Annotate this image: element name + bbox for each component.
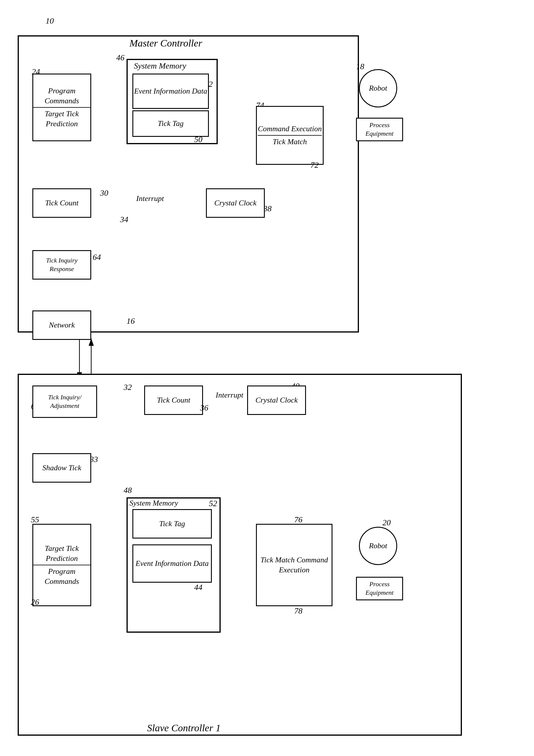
process-equipment-bottom-label: Process Equipment xyxy=(357,580,402,597)
ref-72: 72 xyxy=(310,160,319,170)
program-commands-bottom-label: Program Commands xyxy=(33,566,90,586)
process-equipment-top-box: Process Equipment xyxy=(356,118,403,141)
target-tick-prediction-program-commands-bottom-box: Target Tick Prediction Program Commands xyxy=(32,524,91,606)
event-information-data-top-label: Event Information Data xyxy=(134,86,207,96)
interrupt-bottom-box: Interrupt xyxy=(206,387,253,403)
system-memory-top-title: System Memory xyxy=(134,61,186,70)
ref-36: 36 xyxy=(200,403,208,413)
network-box: Network xyxy=(32,310,91,340)
event-information-data-bottom-label: Event Information Data xyxy=(136,558,209,569)
program-commands-top-label: Program Commands xyxy=(33,86,90,108)
ref-34: 34 xyxy=(120,215,128,224)
target-tick-prediction-top-label: Target Tick Prediction xyxy=(33,109,90,129)
ref-78: 78 xyxy=(294,606,303,616)
interrupt-top-label: Interrupt xyxy=(136,194,164,203)
tick-match-command-execution-label: Tick Match Command Execution xyxy=(257,555,332,575)
tick-inquiry-response-box: Tick Inquiry Response xyxy=(32,250,91,280)
event-information-data-bottom-box: Event Information Data xyxy=(132,544,212,583)
robot-bottom-circle: Robot xyxy=(359,527,397,565)
ref-48: 48 xyxy=(123,486,132,495)
robot-bottom-label: Robot xyxy=(369,541,387,551)
robot-top-label: Robot xyxy=(369,83,387,93)
ref-16: 16 xyxy=(126,316,135,326)
event-information-data-top-box: Event Information Data xyxy=(132,73,209,109)
tick-match-command-execution-box: Tick Match Command Execution xyxy=(256,524,333,606)
ref-18: 18 xyxy=(356,62,364,71)
network-label: Network xyxy=(49,320,75,330)
crystal-clock-bottom-label: Crystal Clock xyxy=(255,395,298,405)
shadow-tick-label: Shadow Tick xyxy=(42,463,81,473)
command-execution-tick-match-box: Command Execution Tick Match xyxy=(256,106,324,165)
ref-44: 44 xyxy=(194,583,202,592)
ref-76: 76 xyxy=(294,515,303,525)
ref-52: 52 xyxy=(209,499,217,508)
tick-inquiry-adjustment-box: Tick Inquiry/ Adjustment xyxy=(32,386,97,418)
tick-count-top-label: Tick Count xyxy=(45,198,78,208)
crystal-clock-bottom-box: Crystal Clock xyxy=(247,386,306,415)
ref-32: 32 xyxy=(123,383,132,392)
tick-match-top-label: Tick Match xyxy=(258,137,322,147)
tick-count-top-box: Tick Count xyxy=(32,188,91,218)
crystal-clock-top-label: Crystal Clock xyxy=(214,198,256,208)
tick-count-bottom-label: Tick Count xyxy=(157,395,190,405)
tick-inquiry-response-label: Tick Inquiry Response xyxy=(33,256,90,273)
program-commands-target-top-box: Program Commands Target Tick Prediction xyxy=(32,73,91,141)
interrupt-bottom-label: Interrupt xyxy=(216,390,243,400)
ref-64: 64 xyxy=(93,253,101,262)
ref-55: 55 xyxy=(31,515,39,525)
tick-inquiry-adjustment-label: Tick Inquiry/ Adjustment xyxy=(33,393,96,410)
process-equipment-top-label: Process Equipment xyxy=(357,121,402,138)
diagram-container: 10 Master Controller 46 System Memory 42… xyxy=(0,0,534,756)
shadow-tick-box: Shadow Tick xyxy=(32,453,91,483)
tick-tag-top-box: Tick Tag xyxy=(132,110,209,137)
ref-26: 26 xyxy=(31,597,39,607)
tick-tag-bottom-label: Tick Tag xyxy=(159,519,185,529)
interrupt-top-box: Interrupt xyxy=(126,190,174,207)
slave-controller-title: Slave Controller 1 xyxy=(147,722,221,734)
crystal-clock-top-box: Crystal Clock xyxy=(206,188,265,218)
master-controller-title: Master Controller xyxy=(129,38,202,49)
target-tick-prediction-bottom-label: Target Tick Prediction xyxy=(33,544,90,565)
ref-20: 20 xyxy=(383,518,391,527)
tick-count-bottom-box: Tick Count xyxy=(144,386,203,415)
tick-tag-bottom-box: Tick Tag xyxy=(132,509,212,539)
ref-10: 10 xyxy=(46,16,54,26)
ref-50: 50 xyxy=(194,135,202,144)
system-memory-bottom-title: System Memory xyxy=(129,499,178,508)
command-execution-top-label: Command Execution xyxy=(258,124,322,136)
robot-top-circle: Robot xyxy=(359,69,397,107)
process-equipment-bottom-box: Process Equipment xyxy=(356,577,403,600)
ref-46: 46 xyxy=(116,53,124,62)
ref-30: 30 xyxy=(100,188,108,198)
tick-tag-top-label: Tick Tag xyxy=(158,119,184,129)
